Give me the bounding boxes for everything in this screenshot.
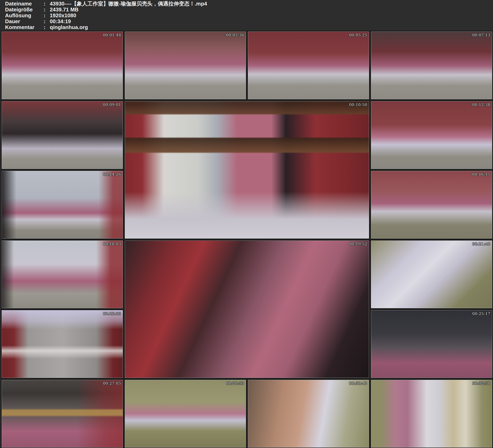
timestamp-overlay: 00:21:40 bbox=[472, 242, 490, 246]
video-thumbnail: 00:30:42 bbox=[248, 380, 369, 448]
field-separator: : bbox=[44, 7, 50, 12]
timestamp-overlay: 00:10:50 bbox=[349, 102, 367, 107]
field-separator: : bbox=[44, 1, 50, 7]
field-value-filesize: 2439.71 MB bbox=[50, 7, 78, 12]
video-thumbnail: 00:18:03 bbox=[2, 240, 123, 308]
file-info-header: Dateiname:43930----【象人工作室】嗷嗷-瑜伽服贝壳头，偶遇拉伸… bbox=[0, 0, 493, 31]
field-separator: : bbox=[44, 24, 50, 30]
video-thumbnail: 00:27:05 bbox=[2, 380, 123, 448]
video-thumbnail: 00:05:25 bbox=[248, 32, 369, 99]
video-thumbnail: 00:28:53 bbox=[125, 380, 246, 448]
field-separator: : bbox=[44, 12, 50, 19]
timestamp-overlay: 00:07:13 bbox=[472, 33, 490, 37]
video-thumbnail: 00:07:13 bbox=[371, 32, 492, 99]
file-info-row: Auflösung:1920x1080 bbox=[5, 12, 493, 19]
video-thumbnail: 00:21:40 bbox=[371, 240, 492, 308]
video-thumbnail: 00:14:26 bbox=[2, 171, 123, 239]
video-thumbnail: 00:03:36 bbox=[125, 32, 246, 99]
video-thumbnail-large: 00:10:50 bbox=[125, 101, 369, 239]
timestamp-overlay: 00:30:42 bbox=[349, 381, 367, 385]
timestamp-overlay: 00:23:28 bbox=[103, 311, 121, 316]
video-thumbnail: 00:01:48 bbox=[2, 32, 123, 99]
timestamp-overlay: 00:12:38 bbox=[472, 102, 490, 107]
timestamp-overlay: 00:25:17 bbox=[472, 311, 490, 316]
timestamp-overlay: 00:01:48 bbox=[103, 33, 121, 37]
timestamp-overlay: 00:03:36 bbox=[226, 33, 244, 37]
file-info-row: Dateiname:43930----【象人工作室】嗷嗷-瑜伽服贝壳头，偶遇拉伸… bbox=[5, 1, 493, 7]
timestamp-overlay: 00:32:30 bbox=[472, 381, 490, 385]
field-label-resolution: Auflösung bbox=[5, 12, 44, 19]
field-value-duration: 00:34:19 bbox=[50, 19, 71, 24]
timestamp-overlay: 00:19:52 bbox=[349, 242, 367, 246]
video-thumbnail: 00:32:30 bbox=[371, 380, 492, 448]
timestamp-overlay: 00:09:01 bbox=[103, 102, 121, 107]
video-thumbnail: 00:16:15 bbox=[371, 171, 492, 239]
video-thumbnail: 00:09:01 bbox=[2, 101, 123, 169]
video-thumbnail-large: 00:19:52 bbox=[125, 240, 369, 378]
timestamp-overlay: 00:16:15 bbox=[472, 172, 490, 177]
field-label-comment: Kommentar bbox=[5, 24, 44, 30]
video-thumbnail: 00:12:38 bbox=[371, 101, 492, 169]
thumbnail-grid: 00:01:48 00:03:36 00:05:25 00:07:13 00:0… bbox=[0, 31, 493, 448]
field-label-filesize: Dateigröße bbox=[5, 7, 44, 12]
field-value-comment: qinglanhua.org bbox=[50, 24, 88, 30]
timestamp-overlay: 00:27:05 bbox=[103, 381, 121, 385]
file-info-row: Kommentar:qinglanhua.org bbox=[5, 24, 493, 30]
video-thumbnail: 00:25:17 bbox=[371, 310, 492, 378]
field-label-duration: Dauer bbox=[5, 19, 44, 24]
timestamp-overlay: 00:05:25 bbox=[349, 33, 367, 37]
field-value-filename: 43930----【象人工作室】嗷嗷-瑜伽服贝壳头，偶遇拉伸变态！.mp4 bbox=[50, 1, 207, 7]
timestamp-overlay: 00:14:26 bbox=[103, 172, 121, 177]
field-label-filename: Dateiname bbox=[5, 1, 44, 7]
timestamp-overlay: 00:28:53 bbox=[226, 381, 244, 385]
file-info-row: Dauer:00:34:19 bbox=[5, 19, 493, 24]
file-info-row: Dateigröße:2439.71 MB bbox=[5, 7, 493, 12]
field-separator: : bbox=[44, 19, 50, 24]
field-value-resolution: 1920x1080 bbox=[50, 12, 76, 19]
timestamp-overlay: 00:18:03 bbox=[103, 242, 121, 246]
video-thumbnail: 00:23:28 bbox=[2, 310, 123, 378]
